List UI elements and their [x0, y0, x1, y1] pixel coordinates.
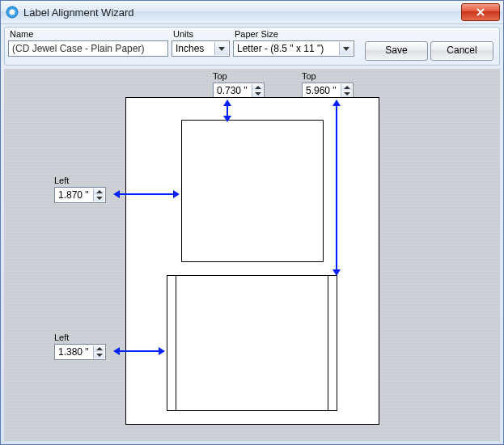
units-select[interactable]: Inches [172, 40, 230, 57]
label-back [167, 275, 337, 411]
left1-spinner[interactable]: 1.870 " [54, 187, 106, 203]
label-back-spine-right [328, 275, 337, 411]
name-field[interactable]: (CD Jewel Case - Plain Paper) [8, 40, 168, 57]
name-value: (CD Jewel Case - Plain Paper) [12, 43, 144, 54]
toolbar: Name (CD Jewel Case - Plain Paper) Units… [4, 27, 500, 66]
spinner-up-icon[interactable] [252, 84, 263, 91]
papersize-select[interactable]: Letter - (8.5 " x 11 ") [233, 40, 354, 57]
top1-spinner[interactable]: 0.730 " [213, 83, 265, 99]
top1-value: 0.730 " [217, 85, 248, 96]
spinner-down-icon[interactable] [252, 91, 263, 97]
window-title: Label Alignment Wizard [23, 6, 461, 19]
chevron-down-icon [339, 42, 353, 55]
app-icon [6, 6, 19, 19]
units-value: Inches [176, 43, 204, 54]
top2-arrow [330, 100, 343, 276]
left2-spinner[interactable]: 1.380 " [54, 344, 106, 360]
close-icon [476, 8, 485, 16]
spinner-up-icon[interactable] [341, 84, 352, 91]
top1-label: Top [213, 71, 265, 81]
top2-spinner[interactable]: 5.960 " [302, 83, 354, 99]
save-button[interactable]: Save [365, 41, 428, 61]
left1-arrow [113, 188, 180, 201]
spinner-up-icon[interactable] [93, 345, 104, 352]
left2-arrow [113, 345, 165, 358]
top2-value: 5.960 " [306, 85, 337, 96]
units-label: Units [172, 29, 230, 40]
spinner-down-icon[interactable] [93, 352, 104, 358]
left2-label: Left [54, 333, 106, 342]
label-back-spine-left [167, 275, 176, 411]
spinner-up-icon[interactable] [93, 189, 104, 195]
label-front [181, 120, 324, 262]
left1-label: Left [54, 176, 106, 185]
name-label: Name [8, 29, 168, 40]
preview-canvas: Top 0.730 " Top 5.960 " Left 1.870 " Lef… [4, 69, 500, 441]
papersize-value: Letter - (8.5 " x 11 ") [237, 43, 324, 54]
wizard-window: Label Alignment Wizard Name (CD Jewel Ca… [0, 0, 504, 445]
spinner-down-icon[interactable] [93, 195, 104, 201]
left2-value: 1.380 " [58, 346, 89, 358]
top2-label: Top [302, 71, 354, 81]
svg-point-1 [10, 10, 15, 15]
close-button[interactable] [461, 3, 500, 21]
titlebar: Label Alignment Wizard [1, 1, 503, 24]
cancel-button[interactable]: Cancel [430, 41, 493, 61]
left1-value: 1.870 " [58, 189, 89, 201]
chevron-down-icon [214, 42, 228, 55]
top1-arrow [221, 100, 234, 122]
papersize-label: Paper Size [233, 29, 354, 40]
spinner-down-icon[interactable] [341, 91, 352, 97]
